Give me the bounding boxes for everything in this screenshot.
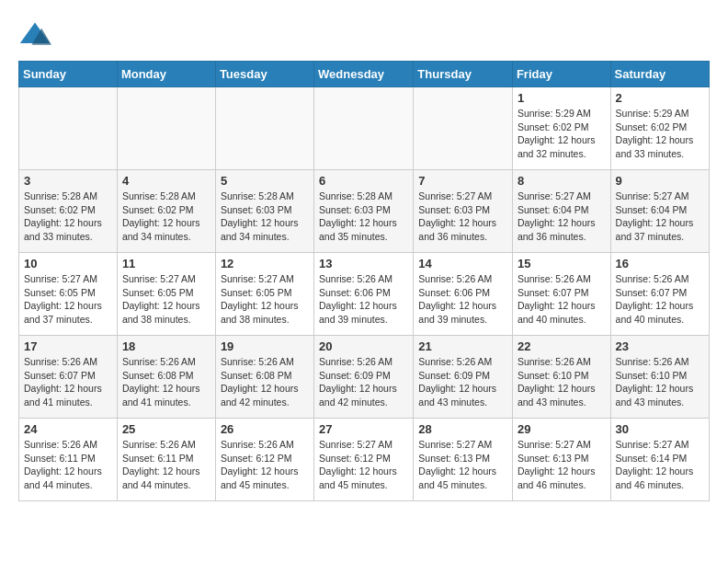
day-info: Sunrise: 5:27 AM Sunset: 6:04 PM Dayligh…	[518, 190, 606, 244]
day-info: Sunrise: 5:28 AM Sunset: 6:03 PM Dayligh…	[319, 190, 408, 244]
day-info: Sunrise: 5:27 AM Sunset: 6:04 PM Dayligh…	[616, 190, 704, 244]
calendar-header-row: SundayMondayTuesdayWednesdayThursdayFrid…	[19, 62, 710, 87]
calendar-day-cell: 7Sunrise: 5:27 AM Sunset: 6:03 PM Daylig…	[414, 170, 513, 253]
day-number: 9	[616, 174, 704, 188]
day-number: 17	[24, 339, 112, 353]
calendar-day-cell: 26Sunrise: 5:26 AM Sunset: 6:12 PM Dayli…	[215, 419, 313, 501]
day-number: 19	[221, 339, 309, 353]
calendar-day-cell	[19, 87, 118, 170]
day-info: Sunrise: 5:27 AM Sunset: 6:12 PM Dayligh…	[319, 438, 408, 492]
day-number: 3	[24, 174, 112, 188]
day-number: 12	[221, 257, 309, 270]
day-number: 14	[418, 257, 507, 270]
day-info: Sunrise: 5:26 AM Sunset: 6:06 PM Dayligh…	[319, 272, 408, 327]
day-number: 23	[616, 339, 704, 353]
calendar-day-cell: 15Sunrise: 5:26 AM Sunset: 6:07 PM Dayli…	[512, 253, 610, 336]
day-info: Sunrise: 5:26 AM Sunset: 6:07 PM Dayligh…	[616, 272, 704, 327]
day-number: 15	[518, 257, 606, 270]
calendar-day-cell: 4Sunrise: 5:28 AM Sunset: 6:02 PM Daylig…	[117, 170, 215, 253]
calendar-day-cell: 10Sunrise: 5:27 AM Sunset: 6:05 PM Dayli…	[19, 253, 118, 336]
calendar-week-row: 10Sunrise: 5:27 AM Sunset: 6:05 PM Dayli…	[19, 253, 710, 336]
calendar-day-cell: 5Sunrise: 5:28 AM Sunset: 6:03 PM Daylig…	[215, 170, 313, 253]
calendar-day-cell: 23Sunrise: 5:26 AM Sunset: 6:10 PM Dayli…	[610, 336, 709, 419]
calendar-day-cell: 29Sunrise: 5:27 AM Sunset: 6:13 PM Dayli…	[512, 419, 610, 501]
day-info: Sunrise: 5:26 AM Sunset: 6:09 PM Dayligh…	[418, 355, 507, 409]
calendar-day-header: Saturday	[610, 62, 709, 87]
day-info: Sunrise: 5:27 AM Sunset: 6:05 PM Dayligh…	[24, 272, 112, 327]
day-number: 16	[616, 257, 704, 270]
calendar-day-cell: 2Sunrise: 5:29 AM Sunset: 6:02 PM Daylig…	[610, 87, 709, 170]
calendar-day-cell: 3Sunrise: 5:28 AM Sunset: 6:02 PM Daylig…	[19, 170, 118, 253]
calendar-day-cell: 16Sunrise: 5:26 AM Sunset: 6:07 PM Dayli…	[610, 253, 709, 336]
day-number: 28	[418, 422, 507, 436]
day-info: Sunrise: 5:26 AM Sunset: 6:07 PM Dayligh…	[24, 355, 112, 409]
day-number: 5	[221, 174, 309, 188]
day-info: Sunrise: 5:26 AM Sunset: 6:07 PM Dayligh…	[518, 272, 606, 327]
page-header	[18, 18, 710, 52]
calendar-week-row: 24Sunrise: 5:26 AM Sunset: 6:11 PM Dayli…	[19, 419, 710, 501]
day-info: Sunrise: 5:27 AM Sunset: 6:13 PM Dayligh…	[418, 438, 507, 492]
day-info: Sunrise: 5:28 AM Sunset: 6:03 PM Dayligh…	[221, 190, 309, 244]
calendar-day-cell: 24Sunrise: 5:26 AM Sunset: 6:11 PM Dayli…	[19, 419, 118, 501]
day-info: Sunrise: 5:29 AM Sunset: 6:02 PM Dayligh…	[616, 107, 704, 161]
calendar-day-header: Tuesday	[215, 62, 313, 87]
day-number: 26	[221, 422, 309, 436]
calendar-day-cell: 25Sunrise: 5:26 AM Sunset: 6:11 PM Dayli…	[117, 419, 215, 501]
logo	[18, 18, 55, 52]
calendar-day-header: Thursday	[414, 62, 513, 87]
calendar-day-cell	[414, 87, 513, 170]
day-number: 27	[319, 422, 408, 436]
calendar-week-row: 17Sunrise: 5:26 AM Sunset: 6:07 PM Dayli…	[19, 336, 710, 419]
calendar-day-cell: 13Sunrise: 5:26 AM Sunset: 6:06 PM Dayli…	[314, 253, 414, 336]
calendar-day-cell: 8Sunrise: 5:27 AM Sunset: 6:04 PM Daylig…	[512, 170, 610, 253]
calendar-day-cell: 11Sunrise: 5:27 AM Sunset: 6:05 PM Dayli…	[117, 253, 215, 336]
day-number: 21	[418, 339, 507, 353]
day-number: 6	[319, 174, 408, 188]
day-info: Sunrise: 5:26 AM Sunset: 6:08 PM Dayligh…	[221, 355, 309, 409]
day-number: 7	[418, 174, 507, 188]
day-info: Sunrise: 5:27 AM Sunset: 6:14 PM Dayligh…	[616, 438, 704, 492]
calendar-day-cell: 1Sunrise: 5:29 AM Sunset: 6:02 PM Daylig…	[512, 87, 610, 170]
day-number: 1	[518, 91, 606, 105]
day-info: Sunrise: 5:26 AM Sunset: 6:08 PM Dayligh…	[122, 355, 210, 409]
calendar-day-cell: 22Sunrise: 5:26 AM Sunset: 6:10 PM Dayli…	[512, 336, 610, 419]
calendar-day-cell: 27Sunrise: 5:27 AM Sunset: 6:12 PM Dayli…	[314, 419, 414, 501]
day-number: 11	[122, 257, 210, 270]
day-info: Sunrise: 5:26 AM Sunset: 6:10 PM Dayligh…	[616, 355, 704, 409]
calendar-day-cell: 6Sunrise: 5:28 AM Sunset: 6:03 PM Daylig…	[314, 170, 414, 253]
day-number: 2	[616, 91, 704, 105]
calendar-day-cell: 12Sunrise: 5:27 AM Sunset: 6:05 PM Dayli…	[215, 253, 313, 336]
day-info: Sunrise: 5:26 AM Sunset: 6:10 PM Dayligh…	[518, 355, 606, 409]
calendar-week-row: 3Sunrise: 5:28 AM Sunset: 6:02 PM Daylig…	[19, 170, 710, 253]
calendar-day-header: Wednesday	[314, 62, 414, 87]
calendar-table: SundayMondayTuesdayWednesdayThursdayFrid…	[18, 61, 710, 501]
calendar-day-cell: 28Sunrise: 5:27 AM Sunset: 6:13 PM Dayli…	[414, 419, 513, 501]
day-info: Sunrise: 5:27 AM Sunset: 6:05 PM Dayligh…	[122, 272, 210, 327]
day-number: 29	[518, 422, 606, 436]
day-info: Sunrise: 5:28 AM Sunset: 6:02 PM Dayligh…	[122, 190, 210, 244]
calendar-day-header: Sunday	[19, 62, 118, 87]
calendar-day-cell: 14Sunrise: 5:26 AM Sunset: 6:06 PM Dayli…	[414, 253, 513, 336]
day-number: 25	[122, 422, 210, 436]
day-number: 18	[122, 339, 210, 353]
calendar-day-cell: 9Sunrise: 5:27 AM Sunset: 6:04 PM Daylig…	[610, 170, 709, 253]
day-info: Sunrise: 5:27 AM Sunset: 6:03 PM Dayligh…	[418, 190, 507, 244]
day-number: 30	[616, 422, 704, 436]
day-number: 22	[518, 339, 606, 353]
day-info: Sunrise: 5:26 AM Sunset: 6:06 PM Dayligh…	[418, 272, 507, 327]
day-info: Sunrise: 5:27 AM Sunset: 6:05 PM Dayligh…	[221, 272, 309, 327]
calendar-week-row: 1Sunrise: 5:29 AM Sunset: 6:02 PM Daylig…	[19, 87, 710, 170]
day-info: Sunrise: 5:26 AM Sunset: 6:12 PM Dayligh…	[221, 438, 309, 492]
day-number: 4	[122, 174, 210, 188]
day-info: Sunrise: 5:26 AM Sunset: 6:09 PM Dayligh…	[319, 355, 408, 409]
logo-icon	[18, 18, 51, 52]
day-info: Sunrise: 5:27 AM Sunset: 6:13 PM Dayligh…	[518, 438, 606, 492]
day-number: 24	[24, 422, 112, 436]
day-number: 20	[319, 339, 408, 353]
calendar-day-cell	[215, 87, 313, 170]
day-number: 13	[319, 257, 408, 270]
calendar-day-cell: 19Sunrise: 5:26 AM Sunset: 6:08 PM Dayli…	[215, 336, 313, 419]
day-number: 10	[24, 257, 112, 270]
calendar-day-cell: 30Sunrise: 5:27 AM Sunset: 6:14 PM Dayli…	[610, 419, 709, 501]
calendar-day-cell: 17Sunrise: 5:26 AM Sunset: 6:07 PM Dayli…	[19, 336, 118, 419]
